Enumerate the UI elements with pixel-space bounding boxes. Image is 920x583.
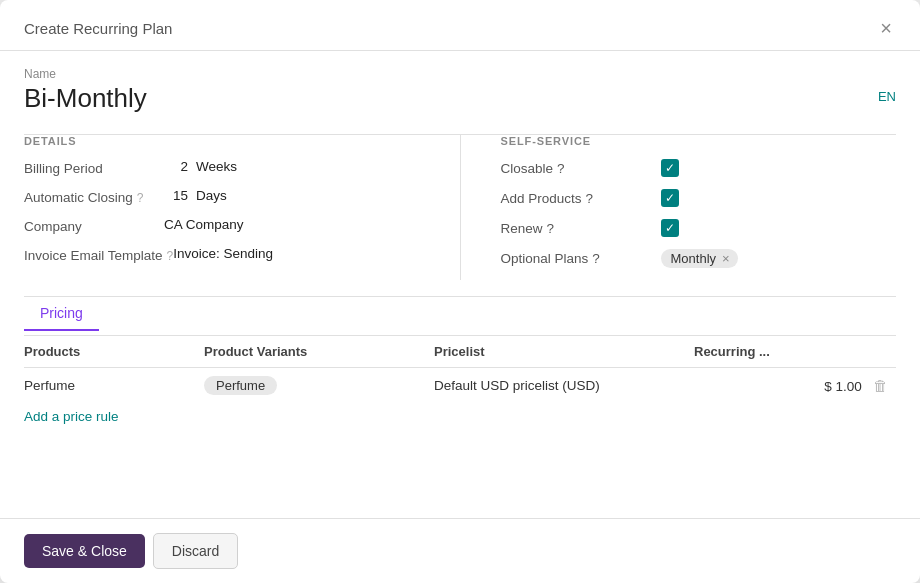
tab-pricing[interactable]: Pricing	[24, 297, 99, 331]
table-row: Perfume Perfume Default USD pricelist (U…	[24, 368, 896, 404]
renew-checkbox[interactable]: ✓	[661, 219, 679, 237]
company-value: CA Company	[164, 217, 244, 232]
discard-button[interactable]: Discard	[153, 533, 238, 569]
billing-period-value: 2 Weeks	[164, 159, 237, 174]
add-products-label: Add Products ?	[501, 191, 661, 206]
invoice-email-template-help[interactable]: ?	[167, 249, 174, 263]
optional-plans-label: Optional Plans ?	[501, 251, 661, 266]
automatic-closing-value: 15 Days	[164, 188, 227, 203]
row-variants: Perfume	[204, 368, 434, 404]
renew-label: Renew ?	[501, 221, 661, 236]
dialog-title: Create Recurring Plan	[24, 20, 172, 37]
invoice-email-template-value: Invoice: Sending	[173, 246, 273, 261]
close-button[interactable]: ×	[876, 16, 896, 40]
col-pricelist: Pricelist	[434, 336, 694, 368]
renew-help[interactable]: ?	[547, 221, 555, 236]
add-products-row: Add Products ? ✓	[501, 189, 897, 207]
closable-help[interactable]: ?	[557, 161, 565, 176]
add-products-help[interactable]: ?	[586, 191, 594, 206]
automatic-closing-row: Automatic Closing ? 15 Days	[24, 188, 420, 205]
billing-period-label: Billing Period	[24, 159, 164, 176]
name-section: Name Bi-Monthly EN	[24, 67, 896, 114]
name-value: Bi-Monthly	[24, 83, 147, 114]
details-selfservice-row: DETAILS Billing Period 2 Weeks Automatic…	[24, 135, 896, 280]
closable-label: Closable ?	[501, 161, 661, 176]
col-products: Products	[24, 336, 204, 368]
self-service-column: SELF-SERVICE Closable ? ✓ Add Products ?	[461, 135, 897, 280]
variant-badge: Perfume	[204, 376, 277, 395]
row-recurring: $ 1.00 🗑	[694, 368, 896, 404]
save-close-button[interactable]: Save & Close	[24, 534, 145, 568]
automatic-closing-label: Automatic Closing ?	[24, 188, 164, 205]
dialog-header: Create Recurring Plan ×	[0, 0, 920, 51]
details-column: DETAILS Billing Period 2 Weeks Automatic…	[24, 135, 461, 280]
self-service-section-title: SELF-SERVICE	[501, 135, 897, 147]
name-row: Bi-Monthly EN	[24, 83, 896, 114]
renew-row: Renew ? ✓	[501, 219, 897, 237]
tabs-row: Pricing	[24, 297, 896, 331]
dialog-body: Name Bi-Monthly EN DETAILS Billing Perio…	[0, 51, 920, 518]
pricing-section: Products Product Variants Pricelist Recu…	[24, 336, 896, 432]
closable-checkbox[interactable]: ✓	[661, 159, 679, 177]
details-section-title: DETAILS	[24, 135, 420, 147]
col-recurring: Recurring ...	[694, 336, 896, 368]
row-product: Perfume	[24, 368, 204, 404]
row-pricelist: Default USD pricelist (USD)	[434, 368, 694, 404]
delete-row-icon[interactable]: 🗑	[873, 377, 888, 394]
pricing-table: Products Product Variants Pricelist Recu…	[24, 336, 896, 403]
col-variants: Product Variants	[204, 336, 434, 368]
dialog-footer: Save & Close Discard	[0, 518, 920, 583]
automatic-closing-help[interactable]: ?	[137, 191, 144, 205]
company-label: Company	[24, 217, 164, 234]
name-label: Name	[24, 67, 896, 81]
lang-badge[interactable]: EN	[878, 89, 896, 104]
optional-plans-row: Optional Plans ? Monthly ×	[501, 249, 897, 268]
billing-period-row: Billing Period 2 Weeks	[24, 159, 420, 176]
closable-row: Closable ? ✓	[501, 159, 897, 177]
create-recurring-plan-dialog: Create Recurring Plan × Name Bi-Monthly …	[0, 0, 920, 583]
optional-plans-tag-remove[interactable]: ×	[722, 251, 730, 266]
invoice-email-template-label: Invoice Email Template ?	[24, 246, 173, 263]
company-row: Company CA Company	[24, 217, 420, 234]
optional-plans-tag: Monthly ×	[661, 249, 738, 268]
pricing-table-header: Products Product Variants Pricelist Recu…	[24, 336, 896, 368]
invoice-email-template-row: Invoice Email Template ? Invoice: Sendin…	[24, 246, 420, 263]
add-products-checkbox[interactable]: ✓	[661, 189, 679, 207]
optional-plans-help[interactable]: ?	[592, 251, 600, 266]
add-price-rule-link[interactable]: Add a price rule	[24, 409, 119, 424]
optional-plans-tag-label: Monthly	[671, 251, 717, 266]
